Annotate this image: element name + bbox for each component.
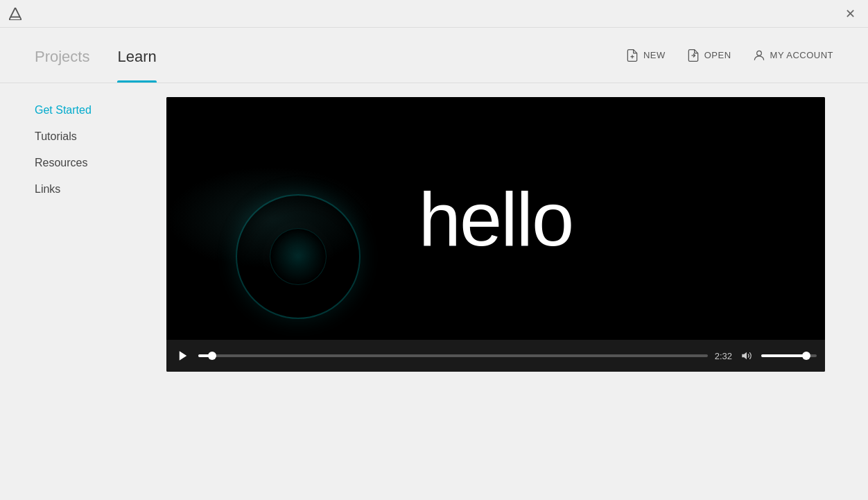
progress-handle	[208, 352, 216, 360]
new-label: NEW	[643, 50, 666, 60]
video-area: hello 2:32	[153, 83, 868, 500]
main-content: Get Started Tutorials Resources Links he…	[0, 83, 868, 500]
open-file-icon	[686, 49, 700, 62]
video-hello-text: hello	[419, 175, 573, 263]
tab-projects-label: Projects	[35, 48, 89, 66]
nav-tabs: Projects Learn	[35, 28, 157, 83]
my-account-button[interactable]: MY ACCOUNT	[752, 49, 833, 62]
svg-marker-0	[9, 8, 21, 20]
play-button[interactable]	[175, 347, 191, 364]
nav-bar: Projects Learn NEW OPEN	[0, 28, 868, 83]
video-controls: 2:32	[166, 340, 825, 372]
progress-bar[interactable]	[198, 354, 708, 357]
svg-marker-7	[742, 352, 747, 360]
sidebar-item-resources-label: Resources	[35, 157, 87, 169]
volume-handle	[802, 352, 810, 360]
sidebar-item-links[interactable]: Links	[35, 183, 132, 196]
sidebar: Get Started Tutorials Resources Links	[0, 83, 153, 500]
volume-bar-fill	[761, 354, 806, 357]
tab-learn-label: Learn	[117, 48, 156, 66]
new-button[interactable]: NEW	[625, 49, 666, 62]
sidebar-item-get-started-label: Get Started	[35, 104, 92, 116]
account-icon	[752, 49, 766, 62]
sidebar-item-tutorials[interactable]: Tutorials	[35, 130, 132, 143]
volume-icon	[740, 350, 753, 362]
app-logo-icon	[8, 7, 22, 21]
video-player: hello 2:32	[166, 97, 825, 372]
video-screen: hello	[166, 97, 825, 340]
sidebar-item-resources[interactable]: Resources	[35, 157, 132, 169]
title-bar-left	[8, 7, 22, 21]
close-button[interactable]: ✕	[841, 5, 860, 23]
play-icon	[177, 350, 189, 362]
open-button[interactable]: OPEN	[686, 49, 731, 62]
svg-point-5	[756, 51, 761, 55]
open-label: OPEN	[704, 50, 731, 60]
tab-learn[interactable]: Learn	[117, 28, 156, 83]
new-file-icon	[625, 49, 639, 62]
sidebar-item-get-started[interactable]: Get Started	[35, 104, 132, 117]
nav-actions: NEW OPEN MY ACCOUNT	[625, 49, 833, 62]
volume-bar[interactable]	[761, 354, 817, 357]
title-bar: ✕	[0, 0, 868, 28]
my-account-label: MY ACCOUNT	[770, 50, 833, 60]
sidebar-item-tutorials-label: Tutorials	[35, 130, 77, 142]
sidebar-item-links-label: Links	[35, 183, 60, 195]
svg-marker-6	[180, 351, 187, 361]
time-display: 2:32	[715, 351, 732, 361]
video-bg-circle	[236, 194, 361, 319]
volume-button[interactable]	[739, 348, 754, 363]
tab-projects[interactable]: Projects	[35, 28, 89, 83]
